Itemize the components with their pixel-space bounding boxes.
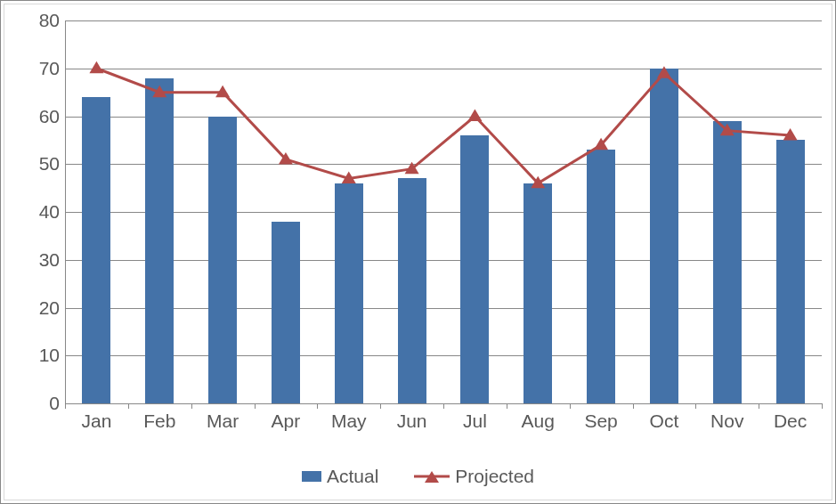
- legend-swatch-actual: [302, 471, 321, 482]
- plot-area: JanFebMarAprMayJunJulAugSepOctNovDec: [65, 20, 822, 403]
- projected-marker[interactable]: [657, 66, 671, 78]
- x-tick: [507, 403, 507, 409]
- x-tick: [633, 403, 634, 409]
- projected-line-layer: [65, 20, 822, 403]
- x-tick: [65, 403, 66, 409]
- legend-label-projected: Projected: [455, 466, 534, 487]
- y-tick-50: 50: [15, 153, 60, 175]
- y-tick-30: 30: [15, 249, 60, 271]
- x-tick-label: Apr: [272, 411, 301, 432]
- x-tick-label: Jun: [397, 411, 427, 432]
- projected-line[interactable]: [96, 69, 790, 183]
- legend-item-actual[interactable]: Actual: [302, 466, 378, 487]
- y-tick-40: 40: [15, 201, 60, 223]
- projected-marker[interactable]: [467, 110, 482, 122]
- x-tick-label: Nov: [710, 411, 743, 432]
- x-tick: [695, 403, 696, 409]
- x-tick-label: Oct: [650, 411, 679, 432]
- chart-window: JanFebMarAprMayJunJulAugSepOctNovDec 0 1…: [0, 0, 836, 504]
- y-tick-80: 80: [15, 10, 60, 31]
- x-tick-label: Feb: [143, 411, 175, 432]
- y-tick-20: 20: [15, 297, 60, 319]
- y-tick-10: 10: [15, 345, 60, 366]
- x-tick-label: May: [331, 411, 367, 432]
- x-tick-label: Sep: [584, 411, 617, 432]
- legend-item-projected[interactable]: Projected: [414, 466, 534, 487]
- x-tick-label: Mar: [207, 411, 239, 432]
- x-tick: [255, 403, 256, 409]
- x-tick: [191, 403, 192, 409]
- x-tick: [570, 403, 571, 409]
- projected-marker[interactable]: [89, 61, 103, 74]
- legend-label-actual: Actual: [327, 466, 378, 487]
- legend-swatch-projected: [414, 469, 450, 484]
- x-tick: [443, 403, 444, 409]
- x-tick-label: Aug: [522, 411, 555, 432]
- legend: Actual Projected: [4, 466, 832, 487]
- x-tick: [380, 403, 381, 409]
- y-tick-0: 0: [15, 393, 60, 414]
- y-tick-70: 70: [15, 58, 60, 79]
- x-tick-label: Jul: [463, 411, 487, 432]
- y-tick-60: 60: [15, 106, 60, 127]
- x-tick: [759, 403, 759, 409]
- x-tick: [317, 403, 318, 409]
- chart-frame: JanFebMarAprMayJunJulAugSepOctNovDec 0 1…: [4, 4, 832, 500]
- x-tick-label: Dec: [774, 411, 807, 432]
- x-tick: [128, 403, 129, 409]
- x-tick: [822, 403, 823, 409]
- x-tick-label: Jan: [81, 411, 111, 432]
